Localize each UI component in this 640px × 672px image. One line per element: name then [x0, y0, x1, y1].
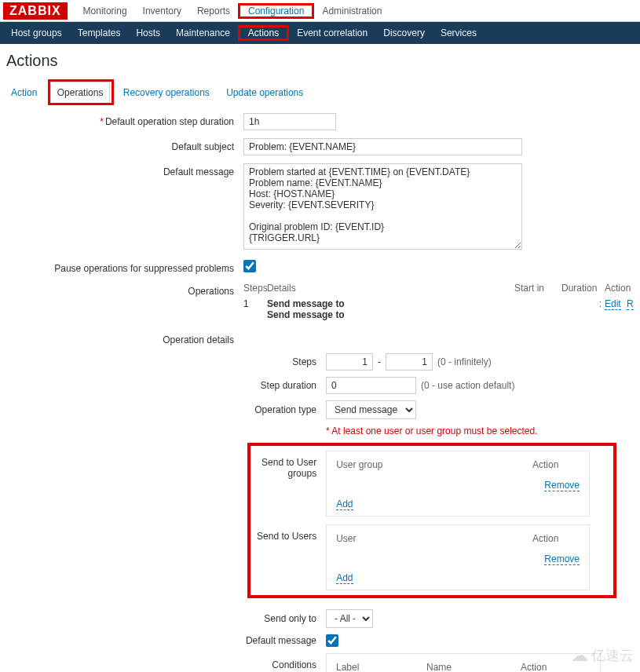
- nav-inventory[interactable]: Inventory: [135, 1, 189, 21]
- subnav-actions[interactable]: Actions: [240, 23, 287, 43]
- col-action: Action: [605, 283, 640, 294]
- form-tabs: Action Operations Recovery operations Up…: [0, 76, 640, 113]
- input-default-step-duration[interactable]: [243, 113, 336, 130]
- label-operation-details: Operation details: [0, 331, 243, 345]
- users-remove-link[interactable]: Remove: [544, 553, 580, 565]
- col-steps: Steps: [243, 283, 267, 294]
- tab-operations[interactable]: Operations: [50, 82, 111, 103]
- label-step-duration: Step duration: [0, 380, 326, 391]
- label-send-only-to: Send only to: [0, 613, 326, 624]
- label-conditions: Conditions: [0, 653, 326, 670]
- subnav-hosts[interactable]: Hosts: [128, 23, 168, 43]
- select-send-only-to[interactable]: - All -: [326, 609, 373, 628]
- nav-monitoring[interactable]: Monitoring: [75, 1, 135, 21]
- nav-administration[interactable]: Administration: [314, 1, 389, 21]
- highlight-recipients-box: Send to User groups User group Action Re…: [247, 443, 616, 598]
- user-groups-box: User group Action Remove Add: [326, 451, 590, 517]
- op-edit-link[interactable]: Edit: [605, 298, 621, 310]
- note-must-select: * At least one user or user group must b…: [326, 425, 538, 436]
- cloud-icon: ☁: [571, 645, 588, 666]
- subnav-host-groups[interactable]: Host groups: [3, 23, 70, 43]
- users-col1: User: [336, 533, 532, 544]
- brand-logo: ZABBIX: [3, 2, 68, 20]
- nav-reports[interactable]: Reports: [189, 1, 238, 21]
- user-groups-add-link[interactable]: Add: [336, 499, 353, 510]
- users-add-link[interactable]: Add: [336, 572, 353, 584]
- col-duration: Duration: [561, 283, 605, 294]
- user-groups-remove-link[interactable]: Remove: [544, 480, 580, 491]
- input-step-duration[interactable]: [326, 377, 416, 394]
- operations-table-header: Steps Details Start in Duration Action: [243, 283, 640, 297]
- textarea-default-message[interactable]: Problem started at {EVENT.TIME} on {EVEN…: [243, 163, 522, 250]
- sub-nav: Host groups Templates Hosts Maintenance …: [0, 22, 640, 44]
- label-pause-suppressed: Pause operations for suppressed problems: [0, 260, 243, 274]
- tab-update-operations[interactable]: Update operations: [220, 82, 309, 103]
- highlight-configuration: Configuration: [238, 3, 314, 19]
- page-title: Actions: [0, 44, 640, 76]
- op-colon: :: [599, 298, 605, 309]
- subnav-event-correlation[interactable]: Event correlation: [289, 23, 375, 43]
- conditions-box: Label Name Action New: [326, 653, 601, 672]
- op-line1: Send message to: [267, 298, 514, 309]
- operations-form: *Default operation step duration Default…: [0, 113, 640, 672]
- col-start: Start in: [514, 283, 561, 294]
- highlight-actions: Actions: [238, 25, 289, 41]
- col-details: Details: [267, 283, 514, 294]
- subnav-maintenance[interactable]: Maintenance: [168, 23, 238, 43]
- op-remove-partial: R: [627, 298, 634, 310]
- label-default-message: Default message: [0, 163, 243, 177]
- top-nav: ZABBIX Monitoring Inventory Reports Conf…: [0, 0, 640, 22]
- operation-row: 1 Send message to Send message to : Edit…: [243, 297, 640, 320]
- label-default-subject: Default subject: [0, 138, 243, 152]
- tab-action[interactable]: Action: [5, 82, 43, 103]
- label-send-to-users: Send to Users: [251, 524, 326, 542]
- label-steps: Steps: [0, 356, 326, 367]
- users-col2: Action: [532, 533, 580, 544]
- select-operation-type[interactable]: Send message: [326, 400, 416, 419]
- subnav-templates[interactable]: Templates: [70, 23, 129, 43]
- subnav-services[interactable]: Services: [433, 23, 485, 43]
- checkbox-default-message[interactable]: [326, 634, 338, 647]
- user-groups-col2: Action: [532, 459, 580, 470]
- input-steps-to[interactable]: [386, 353, 433, 371]
- steps-hint: (0 - infinitely): [437, 356, 492, 367]
- steps-dash: -: [378, 356, 381, 367]
- nav-configuration[interactable]: Configuration: [240, 1, 312, 21]
- op-line2: Send message to: [267, 309, 514, 320]
- label-default-step-duration: *Default operation step duration: [0, 113, 243, 127]
- label-default-message-chk: Default message: [0, 635, 326, 646]
- user-groups-col1: User group: [336, 459, 532, 470]
- tab-recovery-operations[interactable]: Recovery operations: [117, 82, 216, 103]
- cond-col-label: Label: [336, 662, 426, 672]
- step-duration-hint: (0 - use action default): [421, 380, 514, 391]
- highlight-operations-tab: Operations: [48, 79, 115, 105]
- users-box: User Action Remove Add: [326, 524, 590, 590]
- label-operations: Operations: [0, 283, 243, 297]
- input-steps-from[interactable]: [326, 353, 373, 371]
- cond-col-name: Name: [426, 662, 521, 672]
- watermark: ☁ 亿速云: [571, 645, 634, 666]
- label-operation-type: Operation type: [0, 404, 326, 415]
- subnav-discovery[interactable]: Discovery: [375, 23, 433, 43]
- input-default-subject[interactable]: [243, 138, 522, 155]
- checkbox-pause-suppressed[interactable]: [243, 260, 256, 272]
- label-send-to-user-groups: Send to User groups: [251, 451, 326, 479]
- op-step-num: 1: [243, 298, 267, 320]
